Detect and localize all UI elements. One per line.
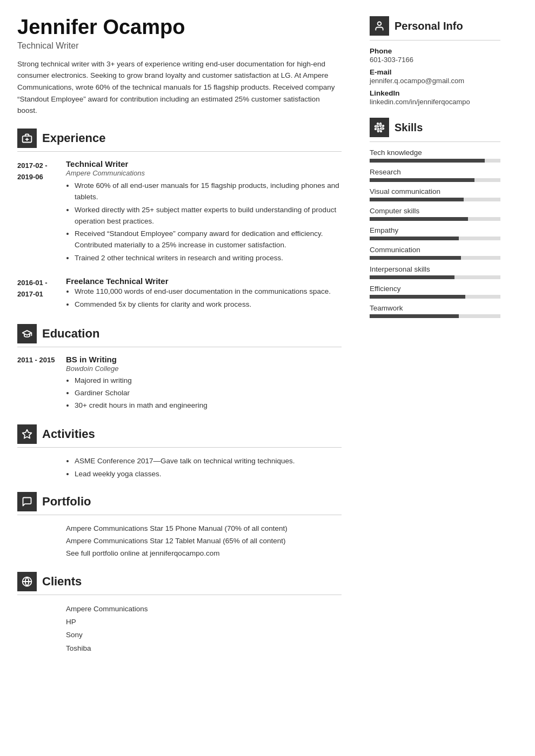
linkedin-label: LinkedIn [370, 89, 500, 97]
skill-bar-bg-6 [370, 256, 500, 260]
clients-section: Clients Ampere Communications HP Sony To… [17, 572, 342, 655]
exp-bullet-1-1: Wrote 60% of all end-user manuals for 15… [75, 180, 342, 203]
skill-bar-fill-7 [370, 275, 454, 279]
skill-bar-bg-5 [370, 237, 500, 240]
exp-dates-2: 2016-01 - 2017-01 [17, 276, 66, 312]
skill-name-7: Interpersonal skills [370, 265, 500, 273]
exp-bullet-2-1: Wrote 110,000 words of end-user document… [75, 286, 342, 298]
clients-list: Ampere Communications HP Sony Toshiba [66, 603, 342, 655]
skill-bar-bg-2 [370, 178, 500, 182]
portfolio-item-1: Ampere Communications Star 15 Phone Manu… [66, 523, 342, 535]
skill-bar-fill-9 [370, 314, 459, 318]
skill-bar-bg-4 [370, 217, 500, 221]
portfolio-title: Portfolio [42, 495, 91, 509]
education-title: Education [42, 327, 99, 341]
activity-item-2: Lead weekly yoga classes. [75, 468, 342, 480]
portfolio-list: Ampere Communications Star 15 Phone Manu… [66, 523, 342, 560]
email-label: E-mail [370, 68, 500, 76]
education-section: Education 2011 - 2015 BS in Writing Bowd… [17, 324, 342, 413]
skill-item-1: Tech knowledge [370, 148, 500, 163]
skill-bar-bg-8 [370, 295, 500, 299]
clients-title: Clients [42, 575, 82, 589]
personal-info-section: Personal Info Phone 601-303-7166 E-mail … [370, 16, 500, 106]
skill-item-8: Efficiency [370, 285, 500, 299]
skill-name-6: Communication [370, 246, 500, 254]
skill-bar-fill-4 [370, 217, 468, 221]
skill-item-9: Teamwork [370, 304, 500, 318]
exp-company-1: Ampere Communications [66, 169, 342, 177]
svg-marker-3 [23, 429, 32, 438]
skills-list: Tech knowledge Research Visual communica… [370, 148, 500, 318]
skill-name-5: Empathy [370, 226, 500, 234]
exp-bullet-1-4: Trained 2 other technical writers in res… [75, 253, 342, 264]
edu-bullet-1-2: Gardiner Scholar [75, 388, 342, 399]
skills-icon [370, 118, 389, 137]
linkedin-value: linkedin.com/in/jenniferqocampo [370, 98, 500, 106]
edu-school-1: Bowdoin College [66, 364, 342, 373]
experience-title: Experience [42, 131, 105, 145]
candidate-summary: Strong technical writer with 3+ years of… [17, 58, 342, 117]
skills-section: Skills Tech knowledge Research Visual co… [370, 118, 500, 318]
skill-item-5: Empathy [370, 226, 500, 240]
email-value: jennifer.q.ocampo@gmail.com [370, 77, 500, 85]
skill-bar-fill-8 [370, 295, 465, 299]
exp-bullet-1-2: Worked directly with 25+ subject matter … [75, 205, 342, 227]
skill-bar-bg-7 [370, 275, 500, 279]
candidate-name: Jennifer Ocampo [17, 16, 342, 39]
skill-name-4: Computer skills [370, 207, 500, 215]
edu-bullets-1: Majored in writing Gardiner Scholar 30+ … [66, 375, 342, 411]
exp-dates-1: 2017-02 - 2019-06 [17, 159, 66, 266]
skill-name-9: Teamwork [370, 304, 500, 312]
skill-bar-fill-5 [370, 237, 459, 240]
skill-item-6: Communication [370, 246, 500, 260]
skill-bar-bg-3 [370, 198, 500, 201]
portfolio-icon [17, 492, 37, 511]
skill-item-7: Interpersonal skills [370, 265, 500, 279]
skill-name-8: Efficiency [370, 285, 500, 293]
client-item-1: Ampere Communications [66, 603, 342, 616]
experience-section: Experience 2017-02 - 2019-06 Technical W… [17, 129, 342, 312]
personal-info-icon [370, 16, 389, 36]
skill-bar-bg-9 [370, 314, 500, 318]
portfolio-item-3: See full portfolio online at jenniferqoc… [66, 548, 342, 560]
edu-bullet-1-3: 30+ credit hours in math and engineering [75, 400, 342, 411]
candidate-title: Technical Writer [17, 41, 342, 51]
activity-item-1: ASME Conference 2017—Gave talk on techni… [75, 455, 342, 467]
skill-item-4: Computer skills [370, 207, 500, 221]
client-item-4: Toshiba [66, 642, 342, 655]
exp-entry-2: 2016-01 - 2017-01 Freelance Technical Wr… [17, 276, 342, 312]
edu-dates-1: 2011 - 2015 [17, 355, 66, 413]
exp-bullet-2-2: Commended 5x by clients for clarity and … [75, 299, 342, 310]
clients-icon [17, 572, 37, 591]
svg-point-6 [378, 22, 382, 26]
exp-bullets-2: Wrote 110,000 words of end-user document… [66, 286, 342, 310]
edu-degree-1: BS in Writing [66, 355, 342, 364]
experience-icon [17, 129, 37, 148]
edu-bullet-1-1: Majored in writing [75, 375, 342, 387]
skill-bar-fill-6 [370, 256, 461, 260]
activities-title: Activities [42, 427, 95, 441]
skill-item-2: Research [370, 168, 500, 182]
activities-list: ASME Conference 2017—Gave talk on techni… [66, 455, 342, 480]
phone-label: Phone [370, 47, 500, 55]
exp-job-title-1: Technical Writer [66, 159, 342, 168]
skill-name-3: Visual communication [370, 187, 500, 195]
portfolio-item-2: Ampere Communications Star 12 Tablet Man… [66, 535, 342, 548]
activities-section: Activities ASME Conference 2017—Gave tal… [17, 424, 342, 480]
skill-item-3: Visual communication [370, 187, 500, 201]
exp-job-title-2: Freelance Technical Writer [66, 276, 342, 286]
client-item-2: HP [66, 616, 342, 629]
edu-entry-1: 2011 - 2015 BS in Writing Bowdoin Colleg… [17, 355, 342, 413]
skill-name-2: Research [370, 168, 500, 176]
skills-title: Skills [394, 122, 423, 134]
personal-info-title: Personal Info [394, 20, 463, 32]
skill-bar-fill-3 [370, 198, 464, 201]
activities-icon [17, 424, 37, 444]
client-item-3: Sony [66, 629, 342, 642]
skill-bar-fill-1 [370, 159, 485, 163]
exp-bullet-1-3: Received “Standout Employee” company awa… [75, 228, 342, 251]
skill-bar-fill-2 [370, 178, 474, 182]
exp-entry-1: 2017-02 - 2019-06 Technical Writer Amper… [17, 159, 342, 266]
phone-value: 601-303-7166 [370, 56, 500, 64]
skill-name-1: Tech knowledge [370, 148, 500, 157]
